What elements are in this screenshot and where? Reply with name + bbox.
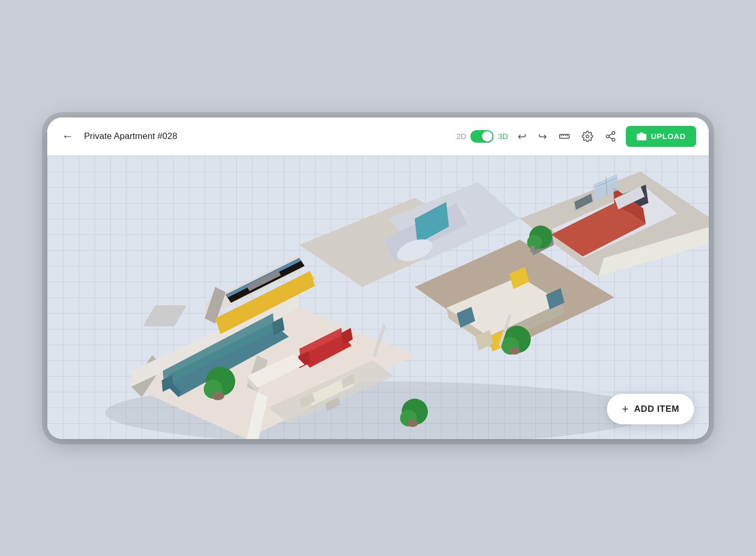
upload-button[interactable]: UPLOAD (626, 126, 696, 147)
floorplan-svg (47, 156, 709, 439)
toolbar-right: 2D 3D ↩ ↪ (456, 126, 696, 147)
toggle-knob (482, 131, 492, 142)
svg-rect-44 (530, 246, 535, 252)
svg-point-74 (509, 347, 520, 355)
add-item-plus-icon: + (622, 402, 628, 416)
view-3d-label: 3D (498, 132, 508, 141)
svg-line-10 (609, 133, 612, 135)
svg-rect-0 (559, 134, 569, 138)
share-button[interactable] (603, 129, 618, 144)
svg-point-5 (586, 135, 589, 138)
svg-point-6 (612, 131, 615, 134)
undo-icon: ↩ (518, 130, 527, 143)
svg-point-8 (612, 138, 615, 141)
toolbar: ← Private Apartment #028 2D 3D ↩ ↪ (47, 117, 709, 156)
add-item-label: ADD ITEM (634, 404, 679, 414)
svg-point-68 (212, 392, 224, 400)
settings-icon (582, 131, 593, 142)
svg-point-71 (407, 420, 418, 427)
settings-button[interactable] (580, 129, 595, 144)
camera-icon (636, 131, 647, 142)
redo-button[interactable]: ↪ (536, 128, 549, 145)
device-frame: ← Private Apartment #028 2D 3D ↩ ↪ (47, 117, 709, 439)
view-2d-label: 2D (456, 132, 466, 141)
undo-button[interactable]: ↩ (516, 128, 529, 145)
view-toggle: 2D 3D (456, 130, 508, 143)
back-icon: ← (62, 130, 74, 143)
svg-point-7 (606, 135, 609, 138)
measure-button[interactable] (556, 129, 572, 144)
page-title: Private Apartment #028 (84, 131, 448, 142)
measure-icon (559, 131, 570, 142)
share-icon (605, 131, 616, 142)
view-toggle-switch[interactable] (470, 130, 494, 143)
svg-line-9 (609, 137, 612, 139)
add-item-button[interactable]: + ADD ITEM (607, 394, 694, 424)
svg-rect-29 (143, 305, 186, 326)
upload-label: UPLOAD (651, 132, 686, 141)
canvas-area[interactable]: + ADD ITEM (47, 156, 709, 439)
redo-icon: ↪ (538, 130, 547, 143)
back-button[interactable]: ← (60, 127, 76, 145)
